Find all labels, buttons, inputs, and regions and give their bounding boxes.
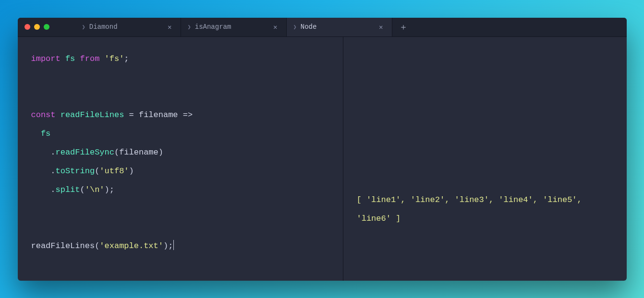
dot: . — [50, 167, 55, 176]
method-readfilesync: readFileSync — [56, 148, 114, 157]
dot: . — [50, 148, 55, 157]
arg-filename: filename — [119, 148, 158, 157]
chevron-right-icon: ❯ — [188, 24, 191, 31]
new-tab-button[interactable]: ＋ — [392, 18, 414, 36]
code-editor[interactable]: import fs from 'fs'; const readFileLines… — [18, 37, 343, 281]
identifier-fs: fs — [65, 54, 75, 63]
chevron-right-icon: ❯ — [293, 24, 297, 31]
chevron-right-icon: ❯ — [82, 24, 85, 31]
paren-open: ( — [95, 241, 99, 250]
text-cursor — [173, 240, 174, 250]
tab-label: Node — [301, 23, 317, 31]
repl-output: [ 'line1', 'line2', 'line3', 'line4', 'l… — [357, 195, 587, 223]
operator-arrow: => — [183, 110, 193, 119]
title-bar: ❯ Diamond ✕ ❯ isAnagram ✕ ❯ Node ✕ ＋ — [18, 18, 627, 37]
call-readfilelines: readFileLines — [31, 241, 95, 250]
string-utf8: 'utf8' — [99, 167, 129, 176]
tab-isanagram[interactable]: ❯ isAnagram ✕ — [181, 18, 287, 36]
keyword-const: const — [31, 110, 56, 119]
semicolon: ; — [168, 241, 173, 250]
dot: . — [50, 185, 55, 194]
keyword-import: import — [31, 54, 61, 63]
string-example: 'example.txt' — [99, 241, 163, 250]
zoom-window-button[interactable] — [44, 24, 49, 30]
keyword-from: from — [80, 54, 100, 63]
minimize-window-button[interactable] — [34, 24, 40, 30]
method-split: split — [56, 185, 80, 194]
paren-open: ( — [114, 148, 119, 157]
close-window-button[interactable] — [24, 24, 30, 30]
paren-close: ) — [158, 148, 163, 157]
output-pane[interactable]: [ 'line1', 'line2', 'line3', 'line4', 'l… — [343, 37, 627, 281]
semicolon: ; — [109, 185, 114, 194]
close-tab-button[interactable]: ✕ — [272, 23, 278, 31]
paren-close: ) — [129, 167, 134, 176]
tab-label: Diamond — [89, 23, 118, 31]
string-fs: 'fs' — [105, 54, 124, 63]
identifier-readfilelines: readFileLines — [61, 110, 124, 119]
editor-panes: import fs from 'fs'; const readFileLines… — [18, 37, 627, 281]
tab-bar: ❯ Diamond ✕ ❯ isAnagram ✕ ❯ Node ✕ ＋ — [75, 18, 414, 36]
editor-window: ❯ Diamond ✕ ❯ isAnagram ✕ ❯ Node ✕ ＋ — [18, 18, 627, 281]
string-newline: '\n' — [85, 185, 105, 194]
close-tab-button[interactable]: ✕ — [167, 23, 172, 31]
paren-open: ( — [80, 185, 85, 194]
paren-close: ) — [163, 241, 168, 250]
close-tab-button[interactable]: ✕ — [378, 23, 384, 31]
semicolon: ; — [124, 54, 129, 63]
tab-diamond[interactable]: ❯ Diamond ✕ — [75, 18, 181, 36]
paren-open: ( — [95, 167, 99, 176]
tab-node[interactable]: ❯ Node ✕ — [287, 18, 392, 36]
tab-label: isAnagram — [195, 23, 231, 31]
window-controls — [18, 24, 75, 30]
identifier-fs: fs — [41, 129, 50, 138]
param-filename: filename — [139, 110, 178, 119]
operator-equals: = — [129, 110, 134, 119]
paren-close: ) — [105, 185, 109, 194]
method-tostring: toString — [56, 167, 95, 176]
